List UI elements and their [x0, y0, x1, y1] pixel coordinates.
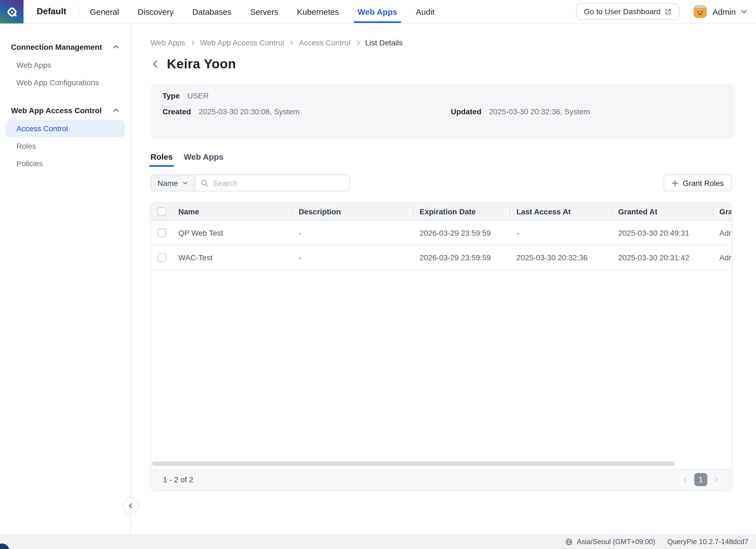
breadcrumb-list-details: List Details: [365, 38, 403, 47]
nav-item-kubernetes[interactable]: Kubernetes: [297, 0, 339, 23]
updated-label: Updated: [451, 107, 481, 116]
tab-roles[interactable]: Roles: [150, 152, 173, 167]
nav-item-general[interactable]: General: [90, 0, 119, 23]
sidebar-item-policies[interactable]: Policies: [5, 155, 125, 172]
external-link-icon: [665, 8, 672, 15]
nav-item-audit[interactable]: Audit: [416, 0, 434, 23]
querypie-logo[interactable]: [0, 0, 24, 24]
chevron-right-icon: [289, 40, 295, 46]
sidebar-section-title-label: Connection Management: [11, 43, 102, 51]
admin-app: Default General Discovery Databases Serv…: [0, 0, 756, 549]
search-box: [196, 175, 350, 191]
pagination: 1: [682, 473, 719, 486]
primary-nav: General Discovery Databases Servers Kube…: [90, 0, 434, 23]
sidebar-section-title-connection-management[interactable]: Connection Management: [5, 40, 125, 54]
detail-tabs: Roles Web Apps: [150, 152, 746, 167]
chevron-up-icon[interactable]: [113, 44, 119, 50]
row-checkbox[interactable]: [158, 228, 166, 237]
cell-last-access-at: -: [510, 220, 612, 245]
chevron-left-icon: [150, 59, 160, 69]
org-name[interactable]: Default: [37, 0, 66, 23]
sidebar-item-access-control[interactable]: Access Control: [5, 120, 125, 137]
chevron-left-icon: [682, 476, 689, 483]
breadcrumb-web-app-access-control[interactable]: Web App Access Control: [200, 38, 284, 47]
column-header-description[interactable]: Description: [292, 203, 413, 220]
select-all-checkbox[interactable]: [158, 207, 166, 216]
pagination-prev-button[interactable]: [682, 476, 689, 483]
status-bar: Asia/Seoul (GMT+09:00) QueryPie 10.2.7-1…: [0, 534, 756, 549]
breadcrumb-web-apps[interactable]: Web Apps: [150, 38, 185, 47]
cell-name: WAC-Test: [173, 245, 292, 270]
cell-granted-by: Admin: [713, 220, 731, 245]
topnav-right: Go to User Dashboard Admin: [576, 0, 756, 23]
nav-divider: [78, 6, 79, 17]
sidebar-item-roles[interactable]: Roles: [5, 137, 125, 155]
cell-granted-at: 2025-03-30 20:49:31: [612, 220, 713, 245]
column-header-name[interactable]: Name: [173, 203, 292, 220]
back-button[interactable]: [150, 59, 160, 69]
search-icon: [201, 179, 209, 187]
querypie-logo-icon: [5, 5, 19, 19]
column-header-granted-at[interactable]: Granted At: [612, 203, 713, 220]
breadcrumb: Web Apps Web App Access Control Access C…: [150, 38, 746, 47]
horizontal-scrollbar-thumb[interactable]: [152, 461, 674, 466]
pagination-next-button[interactable]: [713, 476, 719, 483]
row-checkbox[interactable]: [158, 253, 166, 262]
cell-expiration-date: 2026-03-29 23:59:59: [413, 220, 510, 245]
user-name[interactable]: Admin: [713, 7, 736, 16]
nav-item-databases[interactable]: Databases: [192, 0, 231, 23]
column-header-expiration-date[interactable]: Expiration Date: [413, 203, 510, 220]
table-body: QP Web Test - 2026-03-29 23:59:59 - 2025…: [151, 220, 731, 270]
go-to-user-dashboard-label: Go to User Dashboard: [584, 7, 661, 16]
timezone-label: Asia/Seoul (GMT+09:00): [577, 538, 655, 546]
cell-description: -: [292, 220, 413, 245]
collapse-sidebar-button[interactable]: [123, 498, 139, 514]
table-empty-space: [151, 270, 731, 461]
sidebar: Connection Management Web Apps Web App C…: [0, 24, 131, 534]
column-header-last-access-at[interactable]: Last Access At: [510, 203, 612, 220]
table-row[interactable]: QP Web Test - 2026-03-29 23:59:59 - 2025…: [151, 220, 731, 245]
nav-item-web-apps[interactable]: Web Apps: [357, 0, 397, 23]
updated-value: 2025-03-30 20:32:36, System: [489, 107, 590, 116]
title-row: Keira Yoon: [150, 56, 746, 72]
chevron-down-icon[interactable]: [741, 8, 747, 15]
tab-web-apps[interactable]: Web Apps: [184, 152, 223, 167]
main-content: Web Apps Web App Access Control Access C…: [131, 24, 756, 534]
cell-expiration-date: 2026-03-29 23:59:59: [413, 245, 510, 270]
breadcrumb-access-control[interactable]: Access Control: [299, 38, 350, 47]
sidebar-section-web-app-access-control: Web App Access Control Access Control Ro…: [5, 103, 125, 172]
sidebar-item-web-apps[interactable]: Web Apps: [5, 56, 125, 74]
globe-icon: [565, 538, 573, 545]
select-all-header: [151, 203, 173, 220]
plus-icon: [672, 180, 679, 186]
table-row[interactable]: WAC-Test - 2026-03-29 23:59:59 2025-03-3…: [151, 245, 731, 270]
grant-roles-label: Grant Roles: [683, 179, 724, 187]
sidebar-item-web-app-configurations[interactable]: Web App Configurations: [5, 74, 125, 91]
grant-roles-button[interactable]: Grant Roles: [664, 175, 732, 192]
roles-table-card: Name Description Expiration Date Last Ac…: [150, 202, 732, 490]
row-select-cell: [151, 245, 173, 270]
chevron-right-icon: [355, 40, 361, 46]
updated-group: Updated 2025-03-30 20:32:36, System: [451, 107, 590, 116]
table-header: Name Description Expiration Date Last Ac…: [151, 203, 731, 220]
search-input[interactable]: [213, 179, 344, 187]
nav-item-servers[interactable]: Servers: [250, 0, 278, 23]
pagination-page-1[interactable]: 1: [694, 473, 707, 486]
timezone: Asia/Seoul (GMT+09:00): [565, 538, 655, 546]
sidebar-items: Web Apps Web App Configurations: [5, 56, 125, 91]
filter-field-label: Name: [158, 179, 178, 187]
go-to-user-dashboard-button[interactable]: Go to User Dashboard: [576, 3, 680, 20]
avatar-face-icon: [694, 5, 707, 18]
horizontal-scrollbar: [152, 461, 731, 466]
cell-last-access-at: 2025-03-30 20:32:36: [510, 245, 612, 270]
created-value: 2025-03-30 20:30:08, System: [199, 107, 300, 116]
column-header-granted-by[interactable]: Granted By: [713, 203, 731, 220]
filter-field-select[interactable]: Name: [151, 175, 196, 191]
chevron-up-icon[interactable]: [113, 107, 119, 114]
nav-item-discovery[interactable]: Discovery: [138, 0, 174, 23]
sidebar-section-title-web-app-access-control[interactable]: Web App Access Control: [5, 103, 125, 118]
chevron-right-icon: [190, 40, 196, 46]
sidebar-items: Access Control Roles Policies: [5, 120, 125, 172]
user-avatar[interactable]: [694, 5, 707, 18]
sidebar-section-connection-management: Connection Management Web Apps Web App C…: [5, 40, 125, 91]
